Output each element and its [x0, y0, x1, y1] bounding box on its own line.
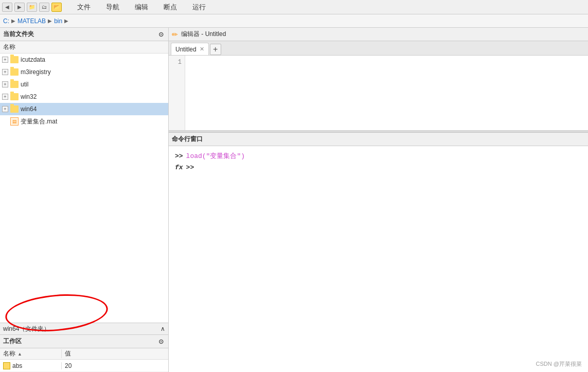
workspace-header: 工作区 ⊙ — [0, 335, 168, 348]
editor-title: 编辑器 - Untitled — [181, 30, 226, 39]
workspace-var-value-cell: 20 — [62, 362, 75, 369]
daohang-label: 导航 — [106, 3, 119, 12]
workspace-col-value: 值 — [62, 349, 74, 358]
browse-button[interactable]: 🗂 — [39, 3, 49, 12]
workspace-table-header: 名称 ▲ 值 — [0, 348, 168, 360]
folder-icon — [10, 93, 19, 100]
toolbar-section-duandian: 断点 — [164, 3, 177, 12]
file-col-name: 名称 — [3, 43, 15, 51]
list-item[interactable]: ▤ 变量集合.mat — [0, 115, 168, 128]
forward-button[interactable]: ▶ — [14, 3, 25, 12]
sort-arrow-icon: ▲ — [17, 351, 22, 357]
folder-button[interactable]: 📂 — [51, 3, 62, 12]
nav-arrow-2: ▶ — [48, 18, 52, 24]
folder-icon — [10, 81, 19, 88]
workspace-title: 工作区 — [3, 337, 22, 346]
command-current-line: fx >> — [175, 162, 582, 173]
tab-add-button[interactable]: + — [210, 44, 221, 55]
list-item[interactable]: + win32 — [0, 91, 168, 103]
command-window-title: 命令行窗口 — [172, 135, 203, 144]
editor-pencil-icon: ✏ — [172, 30, 178, 39]
path-bin: bin — [54, 17, 62, 25]
workspace-col-name-label: 名称 — [3, 349, 15, 358]
current-folder-title: 当前文件夹 — [3, 30, 34, 39]
left-panel: 当前文件夹 ⊙ 名称 + icutzdata + m3iregistry + u… — [0, 28, 169, 372]
top-toolbar: ◀ ▶ 📁 🗂 📂 文件 导航 编辑 断点 运行 — [0, 0, 588, 14]
toolbar-section-file: ◀ ▶ 📁 🗂 📂 — [2, 3, 62, 12]
file-name: m3iregistry — [21, 68, 51, 76]
list-item[interactable]: + icutzdata — [0, 54, 168, 66]
list-item[interactable]: + util — [0, 78, 168, 91]
expand-icon[interactable]: + — [2, 57, 8, 63]
workspace-var-name-cell: abs — [0, 362, 62, 369]
path-c: C: — [3, 17, 9, 25]
expand-icon[interactable]: + — [2, 81, 8, 87]
expand-icon[interactable]: + — [2, 94, 8, 100]
current-folder-menu-icon[interactable]: ⊙ — [157, 30, 165, 39]
list-item-selected[interactable]: + win64 — [0, 103, 168, 115]
toolbar-section-bianji: 编辑 — [135, 3, 148, 12]
editor-content[interactable] — [185, 56, 588, 130]
folder-up-button[interactable]: 📁 — [27, 3, 37, 12]
workspace-var-value: 20 — [65, 362, 72, 369]
line-number-1: 1 — [169, 58, 185, 67]
current-folder-header: 当前文件夹 ⊙ — [0, 28, 168, 41]
workspace-menu-icon[interactable]: ⊙ — [157, 338, 165, 346]
command-content: >> load("变量集合") fx >> — [169, 146, 588, 372]
main-layout: 当前文件夹 ⊙ 名称 + icutzdata + m3iregistry + u… — [0, 28, 588, 372]
watermark: CSDN @芹菜很菜 — [536, 360, 582, 368]
nav-arrow-1: ▶ — [11, 18, 15, 24]
folder-icon — [10, 105, 19, 113]
workspace-var-name: abs — [12, 362, 22, 369]
right-panel: ✏ 编辑器 - Untitled Untitled ✕ + 1 命令行窗口 — [169, 28, 588, 372]
tab-close-button[interactable]: ✕ — [200, 46, 204, 52]
file-name: icutzdata — [21, 56, 45, 63]
file-name: win64 — [21, 105, 37, 113]
expand-icon[interactable]: + — [2, 69, 8, 75]
yunxing-label: 运行 — [192, 3, 206, 12]
list-item[interactable]: + m3iregistry — [0, 66, 168, 78]
file-list: + icutzdata + m3iregistry + util + win32 — [0, 54, 168, 323]
folder-icon — [10, 56, 19, 63]
var-icon — [3, 362, 10, 369]
command-text-1: load("变量集合") — [186, 151, 245, 161]
current-prompt[interactable]: >> — [186, 164, 194, 171]
command-line-1: >> load("变量集合") — [175, 150, 582, 162]
workspace-row[interactable]: abs 20 — [0, 360, 168, 372]
command-window-header: 命令行窗口 — [169, 133, 588, 146]
duandian-label: 断点 — [164, 3, 177, 12]
editor-header: ✏ 编辑器 - Untitled — [169, 28, 588, 41]
tab-label: Untitled — [175, 46, 197, 53]
watermark-text: CSDN @芹菜很菜 — [536, 361, 582, 367]
collapse-icon[interactable]: ∧ — [161, 325, 165, 332]
workspace-col-value-label: 值 — [65, 350, 71, 357]
wenjian-label: 文件 — [77, 3, 91, 12]
file-list-header: 名称 — [0, 41, 168, 54]
toolbar-section-yunxing: 运行 — [192, 3, 206, 12]
file-name: 变量集合.mat — [21, 117, 57, 126]
file-name: util — [21, 81, 28, 88]
toolbar-section-wenjian: 文件 — [77, 3, 91, 12]
toolbar-section-daohang: 导航 — [106, 3, 119, 12]
editor-tabs: Untitled ✕ + — [169, 41, 588, 56]
fx-symbol: fx — [175, 164, 183, 171]
file-name: win32 — [21, 93, 37, 100]
folder-info-bar: win64（文件夹） ∧ — [0, 323, 168, 335]
folder-info-text: win64（文件夹） — [3, 325, 50, 333]
workspace-col-name[interactable]: 名称 ▲ — [0, 349, 62, 358]
editor-tab-untitled[interactable]: Untitled ✕ — [171, 43, 209, 55]
command-window: 命令行窗口 >> load("变量集合") fx >> — [169, 132, 588, 372]
back-button[interactable]: ◀ — [2, 3, 12, 12]
mat-file-icon: ▤ — [10, 117, 19, 126]
bianji-label: 编辑 — [135, 3, 148, 12]
folder-icon — [10, 68, 19, 76]
editor-area: 1 — [169, 56, 588, 130]
path-matelab: MATELAB — [17, 17, 46, 25]
expand-icon[interactable]: + — [2, 106, 8, 112]
line-numbers: 1 — [169, 56, 185, 130]
nav-arrow-3: ▶ — [64, 18, 68, 24]
command-prompt-1: >> — [175, 152, 183, 160]
nav-bar: C: ▶ MATELAB ▶ bin ▶ — [0, 14, 588, 28]
